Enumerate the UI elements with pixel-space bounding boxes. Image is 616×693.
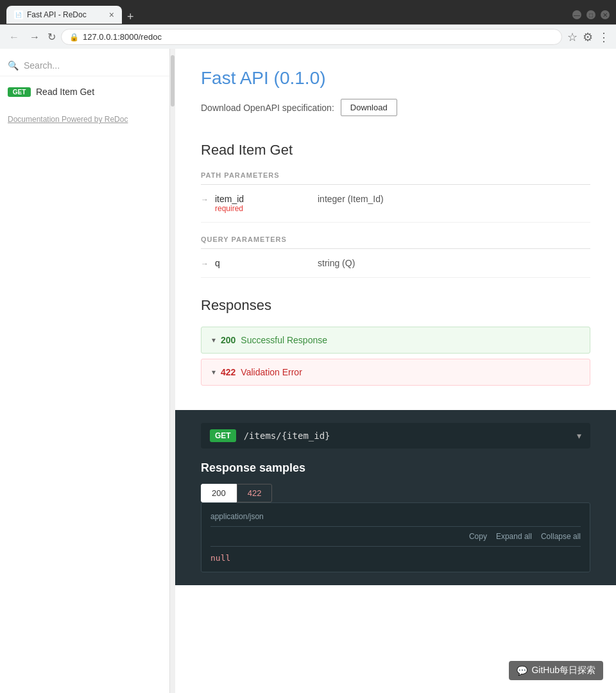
redoc-link[interactable]: Documentation Powered by ReDoc: [8, 115, 128, 124]
scrollbar-thumb[interactable]: [171, 55, 175, 107]
response-200-desc: Successful Response: [241, 335, 327, 345]
param-type: integer (Item_Id): [318, 194, 590, 204]
maximize-button[interactable]: □: [586, 10, 595, 19]
new-tab-button[interactable]: +: [122, 10, 139, 24]
sidebar-item-read-item-get[interactable]: GET Read Item Get: [0, 81, 169, 102]
download-button[interactable]: Download: [341, 99, 397, 116]
response-200[interactable]: ▾ 200 Successful Response: [201, 327, 590, 354]
browser-titlebar: 📄 Fast API - ReDoc × + — □ ✕: [0, 0, 616, 24]
response-200-code: 200: [221, 335, 235, 345]
path-param-item_id: → item_id required integer (Item_Id): [201, 185, 590, 223]
scrollbar[interactable]: [170, 49, 175, 693]
content-type-label: application/json: [210, 512, 581, 527]
search-placeholder: Search...: [24, 60, 60, 71]
tab-200[interactable]: 200: [201, 484, 237, 502]
download-spec-label: Download OpenAPI specification:: [201, 103, 334, 113]
responses-section: Responses ▾ 200 Successful Response ▾ 42…: [201, 297, 590, 386]
content-area: Fast API (0.1.0) Download OpenAPI specif…: [175, 49, 616, 410]
response-tabs: 200 422: [201, 484, 590, 502]
dark-panel: GET /items/{item_id} ▾ Response samples …: [175, 410, 616, 585]
tab-close-button[interactable]: ×: [109, 10, 114, 20]
dark-get-badge: GET: [210, 429, 236, 442]
browser-tab[interactable]: 📄 Fast API - ReDoc ×: [6, 6, 122, 24]
param-type-q: string (Q): [318, 258, 590, 268]
param-name-q: q: [215, 258, 292, 268]
response-422-code: 422: [221, 367, 235, 377]
response-422[interactable]: ▾ 422 Validation Error: [201, 359, 590, 386]
endpoint-bar: GET /items/{item_id} ▾: [201, 423, 590, 449]
path-params-header: PATH PARAMETERS: [201, 171, 590, 185]
endpoint-chevron-icon[interactable]: ▾: [577, 431, 581, 441]
query-param-q: → q string (Q): [201, 249, 590, 278]
tab-422[interactable]: 422: [237, 484, 273, 502]
extensions-icon[interactable]: ⚙: [583, 30, 593, 44]
sidebar-footer: Documentation Powered by ReDoc: [0, 107, 169, 132]
endpoint-left: GET /items/{item_id}: [210, 429, 330, 442]
response-422-chevron: ▾: [212, 368, 216, 377]
refresh-button[interactable]: ↻: [47, 31, 56, 43]
endpoint-path: /items/{item_id}: [244, 431, 330, 441]
close-window-button[interactable]: ✕: [601, 10, 610, 19]
collapse-all-button[interactable]: Collapse all: [541, 532, 581, 541]
window-controls: — □ ✕: [572, 10, 610, 19]
expand-all-button[interactable]: Expand all: [496, 532, 532, 541]
response-samples-title: Response samples: [201, 461, 590, 475]
back-button[interactable]: ←: [6, 30, 22, 44]
param-info: item_id required: [215, 194, 292, 213]
address-bar[interactable]: 🔒 127.0.0.1:8000/redoc: [61, 29, 562, 45]
param-info-q: q: [215, 258, 292, 268]
browser-toolbar: ← → ↻ 🔒 127.0.0.1:8000/redoc ☆ ⚙ ⋮: [0, 24, 616, 49]
get-method-badge: GET: [8, 87, 31, 97]
search-icon: 🔍: [8, 60, 19, 71]
tab-favicon: 📄: [14, 10, 23, 19]
forward-button[interactable]: →: [27, 30, 42, 44]
browser-tabs: 📄 Fast API - ReDoc × +: [6, 6, 139, 24]
menu-icon[interactable]: ⋮: [598, 30, 610, 44]
query-params-section: QUERY PARAMETERS → q string (Q): [201, 235, 590, 278]
url-text: 127.0.0.1:8000/redoc: [83, 32, 162, 42]
copy-button[interactable]: Copy: [469, 532, 487, 541]
param-arrow-q-icon: →: [201, 259, 209, 268]
page-container: 🔍 Search... GET Read Item Get Documentat…: [0, 49, 616, 693]
download-spec-row: Download OpenAPI specification: Download: [201, 99, 590, 116]
param-name: item_id: [215, 194, 292, 204]
param-required-label: required: [215, 204, 292, 213]
code-separator: [210, 546, 581, 547]
toolbar-icons: ☆ ⚙ ⋮: [567, 30, 610, 44]
sidebar: 🔍 Search... GET Read Item Get Documentat…: [0, 49, 170, 693]
responses-title: Responses: [201, 297, 590, 314]
search-box[interactable]: 🔍 Search...: [0, 55, 169, 76]
query-params-header: QUERY PARAMETERS: [201, 235, 590, 249]
param-arrow-icon: →: [201, 195, 209, 204]
sidebar-item-label: Read Item Get: [36, 87, 94, 97]
browser-chrome: 📄 Fast API - ReDoc × + — □ ✕ ← → ↻ 🔒 127…: [0, 0, 616, 49]
endpoint-section-title: Read Item Get: [201, 142, 590, 158]
code-content: null: [210, 553, 581, 563]
path-params-section: PATH PARAMETERS → item_id required integ…: [201, 171, 590, 223]
code-block: application/json Copy Expand all Collaps…: [201, 502, 590, 572]
tab-title: Fast API - ReDoc: [27, 10, 87, 19]
main-content: Fast API (0.1.0) Download OpenAPI specif…: [175, 49, 616, 693]
response-200-chevron: ▾: [212, 336, 216, 345]
bookmark-icon[interactable]: ☆: [567, 30, 578, 44]
lock-icon: 🔒: [69, 33, 79, 42]
minimize-button[interactable]: —: [572, 10, 581, 19]
api-title: Fast API (0.1.0): [201, 68, 590, 89]
code-toolbar: Copy Expand all Collapse all: [210, 532, 581, 541]
response-422-desc: Validation Error: [241, 367, 302, 377]
